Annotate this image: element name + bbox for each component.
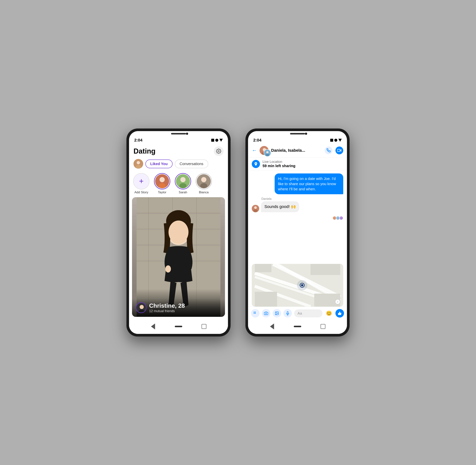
home-icon <box>175 326 182 327</box>
stories-row: + Add Story <box>129 170 228 196</box>
svg-point-23 <box>168 221 188 244</box>
svg-point-34 <box>266 154 269 156</box>
location-text: Live Location 59 min left sharing <box>263 160 296 168</box>
svg-rect-41 <box>255 264 271 272</box>
back-button[interactable]: ← <box>252 148 257 153</box>
wifi-icon <box>215 139 218 142</box>
svg-rect-42 <box>310 264 340 275</box>
status-bar-2: 2:04 <box>248 136 347 143</box>
svg-point-12 <box>200 183 207 188</box>
battery-icon <box>219 139 223 142</box>
svg-point-24 <box>165 265 171 273</box>
svg-point-6 <box>159 183 166 188</box>
live-location-map[interactable]: ✓ <box>252 264 343 306</box>
svg-point-27 <box>140 305 144 309</box>
messenger-screen: ← <box>248 143 347 320</box>
dating-screen: Dating Liked You <box>129 143 228 320</box>
message-input[interactable]: Aa <box>294 309 322 317</box>
dating-title: Dating <box>133 147 155 155</box>
svg-point-50 <box>254 313 255 314</box>
phone-dating: 2:04 Dating <box>126 128 231 337</box>
story-circle-sarah[interactable] <box>175 173 191 190</box>
live-location-banner: Live Location 59 min left sharing <box>248 158 347 170</box>
bubble-incoming: Sounds good! 🙌 <box>261 201 299 212</box>
conversation-avatars <box>259 146 269 155</box>
svg-point-38 <box>254 206 257 209</box>
nav-home-button[interactable] <box>175 323 182 330</box>
message-incoming-daniela: Daniela Sounds good! 🙌 <box>252 197 299 212</box>
story-avatar-sarah <box>176 174 190 188</box>
phone-top-bar <box>129 131 228 136</box>
dating-tabs: Liked You Conversations <box>129 158 228 170</box>
add-story-button[interactable]: + <box>133 173 149 190</box>
dating-header: Dating <box>129 143 228 158</box>
nav-recents-button[interactable] <box>200 323 208 330</box>
battery-icon-2 <box>338 139 342 142</box>
microphone-button[interactable] <box>283 309 292 317</box>
story-label-taylor: Taylor <box>158 190 166 194</box>
svg-point-11 <box>201 177 206 182</box>
voice-call-button[interactable] <box>325 147 332 154</box>
read-receipts <box>252 216 343 220</box>
story-circle-bianca[interactable] <box>196 173 212 190</box>
svg-point-39 <box>254 209 257 212</box>
settings-button[interactable] <box>214 146 223 156</box>
svg-point-0 <box>218 151 219 152</box>
message-outgoing: Hi, I'm going on a date with Joe. I'd li… <box>275 173 343 194</box>
tab-conversations[interactable]: Conversations <box>175 159 208 168</box>
daniela-avatar-msg <box>252 205 259 212</box>
story-avatar-taylor <box>155 174 169 188</box>
back-icon <box>151 324 155 329</box>
signal-icon-2 <box>330 139 333 142</box>
phone-messenger: 2:04 ← <box>245 128 350 337</box>
user-profile-avatar[interactable] <box>133 159 143 169</box>
delivered-check-icon: ✓ <box>335 299 340 304</box>
svg-point-2 <box>137 161 140 164</box>
svg-point-47 <box>301 284 304 287</box>
speaker <box>171 133 186 135</box>
nav-back-button[interactable] <box>149 323 157 330</box>
add-story-item[interactable]: + Add Story <box>132 173 151 194</box>
avatar-isabela <box>264 149 270 156</box>
video-call-button[interactable] <box>335 147 343 154</box>
recents-icon-2 <box>321 324 325 329</box>
status-time-2: 2:04 <box>253 138 261 143</box>
gallery-button[interactable] <box>273 309 281 317</box>
recents-icon <box>201 324 206 329</box>
svg-rect-43 <box>255 292 277 306</box>
nav-back-button-2[interactable] <box>268 323 276 330</box>
wifi-icon-2 <box>334 139 337 142</box>
card-mutual-friends: 12 mutual friends <box>149 309 185 313</box>
back-icon-2 <box>270 324 274 329</box>
bottom-nav <box>129 320 228 334</box>
input-bar: Aa 😊 <box>248 306 347 320</box>
card-name: Christine, 28 <box>149 302 185 309</box>
phone-top-bar-2 <box>248 131 347 136</box>
status-time: 2:04 <box>134 138 143 143</box>
story-sarah[interactable]: Sarah <box>174 173 192 194</box>
svg-point-48 <box>254 312 255 313</box>
nav-recents-button-2[interactable] <box>319 323 327 330</box>
camera-button[interactable] <box>262 309 270 317</box>
more-options-button[interactable] <box>251 309 260 317</box>
card-text: Christine, 28 12 mutual friends <box>149 302 185 313</box>
speaker-2 <box>290 133 305 135</box>
svg-point-5 <box>160 177 165 182</box>
map-svg <box>252 264 343 306</box>
story-taylor[interactable]: Taylor <box>153 173 171 194</box>
plus-icon: + <box>139 177 144 185</box>
emoji-button[interactable]: 😊 <box>325 309 333 317</box>
svg-point-9 <box>179 183 187 188</box>
bubble-outgoing: Hi, I'm going on a date with Joe. I'd li… <box>275 173 343 194</box>
nav-home-button-2[interactable] <box>294 323 301 330</box>
profile-card-christine[interactable]: Christine, 28 12 mutual friends <box>132 197 225 317</box>
header-action-buttons <box>325 147 343 154</box>
like-button[interactable] <box>335 309 344 317</box>
tab-liked-you[interactable]: Liked You <box>145 159 173 168</box>
story-circle-taylor[interactable] <box>154 173 170 190</box>
status-icons-2 <box>330 139 342 142</box>
story-bianca[interactable]: Bianca <box>195 173 213 194</box>
signal-icon <box>211 139 214 142</box>
story-label-sarah: Sarah <box>179 190 187 194</box>
conversation-name[interactable]: Daniela, Isabela... <box>271 148 322 153</box>
